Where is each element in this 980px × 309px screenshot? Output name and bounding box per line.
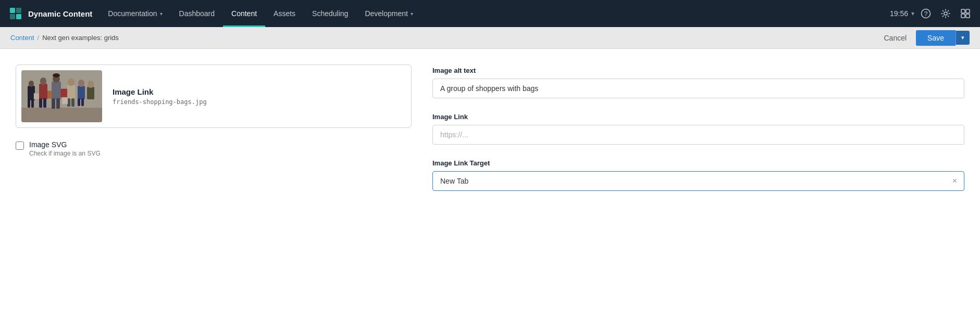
image-card-info: Image Link friends-shopping-bags.jpg (113, 87, 207, 106)
nav-label-development: Development (365, 9, 408, 18)
svg-point-6 (944, 12, 947, 15)
nav-item-documentation[interactable]: Documentation ▾ (100, 0, 170, 27)
breadcrumb-root[interactable]: Content (10, 34, 34, 42)
image-link-target-group: Image Link Target × (432, 159, 964, 191)
svg-rect-1 (16, 8, 21, 13)
clear-link-target-button[interactable]: × (950, 176, 959, 186)
image-link-group: Image Link (432, 113, 964, 145)
image-link-target-input-wrapper: × (432, 171, 964, 191)
nav-item-content[interactable]: Content (223, 0, 265, 27)
image-card-filename: friends-shopping-bags.jpg (113, 98, 207, 106)
user-icon-btn[interactable] (957, 5, 974, 22)
nav-item-dashboard[interactable]: Dashboard (171, 0, 224, 27)
svg-rect-40 (21, 70, 102, 122)
nav-item-assets[interactable]: Assets (265, 0, 304, 27)
app-title: Dynamic Content (28, 9, 92, 18)
chevron-down-icon: ▾ (160, 11, 163, 17)
image-card: Image Link friends-shopping-bags.jpg (16, 65, 412, 128)
breadcrumb: Content / Next gen examples: grids (10, 34, 874, 42)
image-thumbnail (21, 70, 102, 122)
alt-text-input[interactable] (432, 79, 964, 98)
top-nav: Dynamic Content Documentation ▾ Dashboar… (0, 0, 980, 27)
help-icon-btn[interactable]: ? (917, 5, 934, 22)
app-logo[interactable]: Dynamic Content (6, 6, 100, 21)
nav-item-scheduling[interactable]: Scheduling (304, 0, 356, 27)
nav-label-scheduling: Scheduling (312, 9, 348, 18)
cancel-button[interactable]: Cancel (874, 31, 916, 45)
svg-rect-9 (961, 14, 965, 18)
image-link-target-label: Image Link Target (432, 159, 964, 167)
breadcrumb-bar: Content / Next gen examples: grids Cance… (0, 27, 980, 49)
nav-label-content: Content (231, 9, 257, 18)
nav-item-development[interactable]: Development ▾ (356, 0, 421, 27)
image-svg-checkbox[interactable] (16, 141, 24, 150)
logo-icon (8, 6, 23, 21)
svg-rect-7 (961, 9, 965, 13)
svg-rect-10 (966, 14, 970, 18)
svg-rect-0 (10, 8, 15, 13)
settings-icon-btn[interactable] (937, 5, 954, 22)
save-dropdown-button[interactable]: ▾ (956, 31, 970, 45)
time-chevron-icon: ▾ (911, 10, 914, 17)
svg-rect-3 (16, 14, 21, 19)
image-link-input[interactable] (432, 125, 964, 145)
main-content: Image Link friends-shopping-bags.jpg Ima… (0, 49, 980, 309)
image-link-label: Image Link (432, 113, 964, 121)
svg-rect-2 (10, 14, 15, 19)
svg-text:?: ? (924, 10, 928, 18)
breadcrumb-current: Next gen examples: grids (42, 34, 119, 42)
nav-label-assets: Assets (274, 9, 295, 18)
alt-text-group: Image alt text (432, 67, 964, 98)
alt-text-label: Image alt text (432, 67, 964, 74)
svg-rect-8 (966, 9, 970, 13)
left-panel: Image Link friends-shopping-bags.jpg Ima… (16, 65, 412, 205)
image-card-title: Image Link (113, 87, 207, 96)
breadcrumb-separator: / (38, 34, 40, 42)
save-button[interactable]: Save (916, 30, 956, 46)
image-link-target-input[interactable] (432, 171, 964, 191)
content-grid: Image Link friends-shopping-bags.jpg Ima… (16, 65, 964, 205)
nav-right: 19:56 ▾ ? (890, 5, 974, 22)
checkbox-label: Image SVG (29, 140, 101, 149)
nav-label-documentation: Documentation (108, 9, 157, 18)
checkbox-label-group: Image SVG Check if image is an SVG (29, 140, 101, 157)
nav-time: 19:56 (890, 9, 908, 18)
nav-label-dashboard: Dashboard (179, 9, 215, 18)
breadcrumb-actions: Cancel Save ▾ (874, 30, 970, 46)
chevron-down-icon-dev: ▾ (411, 11, 413, 17)
checkbox-sublabel: Check if image is an SVG (29, 150, 101, 157)
right-panel: Image alt text Image Link Image Link Tar… (432, 65, 964, 205)
image-svg-row: Image SVG Check if image is an SVG (16, 140, 412, 157)
